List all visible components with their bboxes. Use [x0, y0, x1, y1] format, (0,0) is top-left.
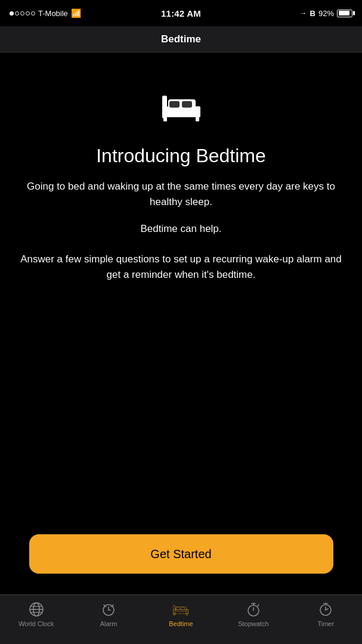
- timer-icon: [317, 601, 334, 618]
- intro-title: Introducing Bedtime: [96, 144, 266, 167]
- tab-item-timer[interactable]: Timer: [296, 601, 355, 627]
- tab-item-stopwatch[interactable]: Stopwatch: [224, 601, 283, 627]
- alarm-label: Alarm: [100, 620, 117, 627]
- intro-desc2-para1: Bedtime can help.: [140, 223, 221, 234]
- nav-title-bar: Bedtime: [0, 26, 362, 52]
- intro-desc1: Going to bed and waking up at the same t…: [18, 179, 344, 209]
- svg-rect-2: [196, 107, 200, 117]
- signal-dot-4: [26, 11, 30, 16]
- signal-dot-5: [31, 11, 35, 16]
- svg-rect-1: [162, 96, 167, 119]
- svg-rect-6: [163, 116, 167, 122]
- svg-line-30: [258, 605, 259, 606]
- world-clock-icon: [28, 601, 45, 618]
- signal-dot-1: [10, 11, 14, 16]
- alarm-icon: [100, 601, 117, 618]
- tab-item-world-clock[interactable]: World Clock: [7, 601, 66, 627]
- bedtime-label: Bedtime: [169, 620, 193, 627]
- signal-dot-2: [15, 11, 19, 16]
- status-right: → B 92%: [300, 9, 352, 18]
- wifi-icon: 📶: [71, 8, 81, 18]
- status-bar: T-Mobile 📶 11:42 AM → B 92%: [0, 0, 362, 26]
- bedtime-tab-icon: [172, 601, 189, 618]
- svg-rect-4: [169, 101, 180, 108]
- page-title: Bedtime: [161, 33, 201, 45]
- svg-rect-7: [196, 116, 199, 122]
- battery-icon: [337, 10, 352, 17]
- tab-item-bedtime[interactable]: Bedtime: [151, 601, 211, 627]
- svg-rect-5: [182, 101, 192, 108]
- stopwatch-label: Stopwatch: [238, 620, 268, 627]
- main-content: Introducing Bedtime Going to bed and wak…: [0, 52, 362, 595]
- intro-desc2: Bedtime can help. Answer a few simple qu…: [18, 221, 344, 282]
- carrier-label: T-Mobile: [38, 9, 68, 18]
- get-started-button[interactable]: Get Started: [29, 534, 333, 574]
- intro-desc2-para2: Answer a few simple questions to set up …: [20, 253, 342, 280]
- signal-dot-3: [20, 11, 24, 16]
- signal-dots: [10, 11, 35, 16]
- status-left: T-Mobile 📶: [10, 8, 81, 18]
- tab-item-alarm[interactable]: Alarm: [79, 601, 138, 627]
- tab-bar: World Clock Alarm: [0, 595, 362, 644]
- svg-rect-20: [187, 609, 188, 614]
- location-icon: →: [300, 9, 307, 17]
- bluetooth-icon: B: [310, 9, 315, 18]
- bed-icon: [160, 88, 203, 124]
- get-started-area: Get Started: [29, 534, 333, 574]
- bed-icon-wrapper: [160, 88, 203, 126]
- world-clock-label: World Clock: [18, 620, 54, 627]
- battery-percent: 92%: [318, 9, 334, 18]
- stopwatch-icon: [245, 601, 262, 618]
- battery-fill: [339, 11, 349, 16]
- status-time: 11:42 AM: [161, 8, 201, 18]
- timer-label: Timer: [317, 620, 334, 627]
